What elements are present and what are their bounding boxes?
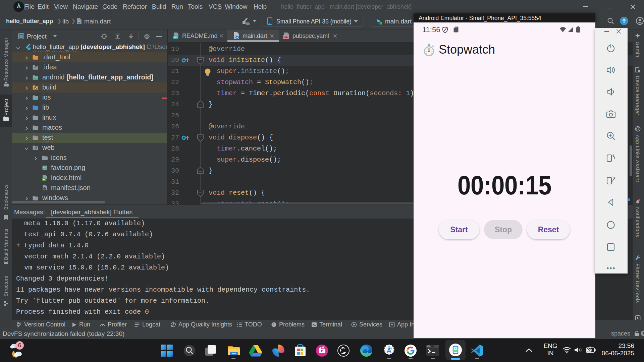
- svg-text:MD: MD: [174, 36, 178, 39]
- svg-text:YML: YML: [283, 36, 289, 39]
